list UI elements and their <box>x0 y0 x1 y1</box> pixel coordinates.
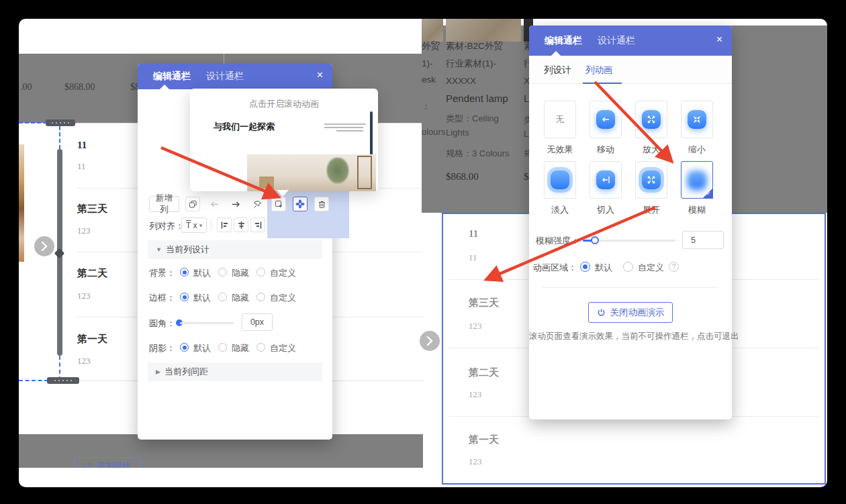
chevron-right-icon <box>426 336 433 346</box>
row-drag-handle-bottom[interactable] <box>47 377 79 384</box>
anim-tile-move[interactable] <box>590 101 622 138</box>
zoom-in-animation-icon <box>642 110 661 129</box>
pin-column-button[interactable] <box>250 197 265 211</box>
radio-default[interactable] <box>180 268 189 276</box>
radio-option-label[interactable]: 自定义 <box>270 267 296 279</box>
anim-tile-expand[interactable] <box>635 161 667 199</box>
duplicate-column-button[interactable] <box>185 197 200 211</box>
blur-value-input[interactable]: 5 <box>682 231 724 249</box>
zoom-out-animation-icon <box>688 110 706 129</box>
edit-banner-panel-right: 编辑通栏 设计通栏 × 列设计 列动画 无 无效果 移动 放大 缩小 <box>529 26 732 419</box>
radio-option-label[interactable]: 默认 <box>193 342 211 354</box>
tooltip-title: 点击开启滚动动画 <box>190 98 378 110</box>
anim-tile-none[interactable]: 无 <box>544 101 576 138</box>
help-icon[interactable]: ? <box>669 262 679 272</box>
align-bottom-button[interactable] <box>250 217 265 232</box>
radius-value-box[interactable]: 0px <box>242 313 273 331</box>
product-name-partial: esk <box>422 71 436 89</box>
add-module-label: 添加模块 <box>96 460 131 468</box>
price-text: $868.00 <box>64 82 95 93</box>
content-row-sub: 123 <box>469 389 482 400</box>
section-current-column-design[interactable]: ▼ 当前列设计 <box>148 240 322 259</box>
column-resize-knob[interactable] <box>54 248 65 259</box>
product-name-partial: 1)- <box>422 55 433 72</box>
section-current-column-spacing[interactable]: ▶ 当前列间距 <box>148 362 322 381</box>
scroll-animation-tooltip: 点击开启滚动动画 与我们一起探索 <box>190 89 378 191</box>
close-animation-demo-button[interactable]: 关闭动画演示 <box>588 302 673 323</box>
radio-region-custom[interactable] <box>623 262 633 272</box>
add-module-icon <box>84 462 93 468</box>
anim-tile-zoom-in[interactable] <box>635 101 667 138</box>
radio-custom[interactable] <box>256 293 265 301</box>
content-row-title: 11 <box>469 228 478 240</box>
shadow-label: 阴影： <box>149 342 175 354</box>
radio-region-default[interactable] <box>580 262 590 272</box>
align-top-button[interactable] <box>217 217 232 232</box>
editor-canvas: .00 $868.00 $8 11 11 第三天 123 第二天 123 第一天… <box>19 19 827 487</box>
move-left-button[interactable] <box>207 197 222 211</box>
carousel-next-button[interactable] <box>420 331 440 351</box>
content-row-sub: 11 <box>469 252 477 263</box>
preview-photo <box>247 154 376 191</box>
add-module-button[interactable]: 添加模块 <box>74 457 141 468</box>
tab-edit-banner[interactable]: 编辑通栏 <box>545 35 582 47</box>
align-dropdown[interactable]: Tx▾ <box>181 217 207 233</box>
row-drag-handle-top[interactable] <box>46 119 75 126</box>
copy-apply-icon <box>275 200 283 209</box>
radio-option-label[interactable]: 自定义 <box>270 342 296 354</box>
anim-tile-zoom-out[interactable] <box>681 101 713 138</box>
content-row-title: 第一天 <box>77 333 107 346</box>
content-row-title: 第三天 <box>469 297 499 309</box>
radio-hidden[interactable] <box>218 343 227 352</box>
blur-slider-handle[interactable] <box>591 236 599 244</box>
panel-divider <box>543 287 717 288</box>
radio-option-label[interactable]: 隐藏 <box>232 292 249 304</box>
anim-label: 切入 <box>590 204 622 216</box>
radio-default[interactable] <box>180 343 189 352</box>
column-align-label: 列对齐： <box>149 220 184 232</box>
radio-option-label[interactable]: 隐藏 <box>232 267 249 279</box>
tab-edit-banner[interactable]: 编辑通栏 <box>153 70 191 83</box>
radio-option-label[interactable]: 隐藏 <box>232 342 249 354</box>
carousel-next-button[interactable] <box>34 236 54 256</box>
content-row-title: 第一天 <box>469 434 499 446</box>
product-price: $868.00 <box>446 168 479 185</box>
move-animation-icon <box>596 110 615 129</box>
radio-custom[interactable] <box>256 343 265 352</box>
anim-tile-blur-selected[interactable]: ✓ <box>681 161 713 199</box>
move-right-button[interactable] <box>228 197 243 211</box>
align-dropdown-glyph: T <box>186 221 191 230</box>
section-label: 当前列间距 <box>164 366 208 378</box>
anim-tile-cut-in[interactable] <box>590 161 622 199</box>
align-middle-button[interactable] <box>234 217 248 232</box>
tab-design-banner[interactable]: 设计通栏 <box>598 35 635 47</box>
scroll-animation-button[interactable] <box>293 197 308 211</box>
tab-design-banner[interactable]: 设计通栏 <box>206 70 244 83</box>
radio-option-label[interactable]: 自定义 <box>270 292 296 304</box>
arrow-right-icon <box>232 201 240 208</box>
preview-heading: 与我们一起探索 <box>214 121 275 133</box>
radio-hidden[interactable] <box>218 268 227 276</box>
expand-animation-icon <box>642 170 661 189</box>
close-icon[interactable]: × <box>317 69 323 81</box>
radio-option-label[interactable]: 默认 <box>595 262 612 274</box>
delete-column-button[interactable] <box>314 197 329 211</box>
power-icon <box>597 308 606 317</box>
add-column-button[interactable]: 新增列 <box>149 196 179 212</box>
tab-column-design[interactable]: 列设计 <box>544 64 571 77</box>
close-icon[interactable]: × <box>716 34 722 46</box>
anim-label: 模糊 <box>681 204 713 216</box>
radio-option-label[interactable]: 默认 <box>193 267 211 279</box>
active-tab-notch <box>551 51 561 56</box>
content-row-title: 11 <box>77 140 87 151</box>
radio-hidden[interactable] <box>218 293 227 301</box>
radio-option-label[interactable]: 默认 <box>193 292 211 304</box>
radius-slider-track[interactable] <box>180 322 234 324</box>
radio-custom[interactable] <box>256 268 265 276</box>
tab-column-animation[interactable]: 列动画 <box>585 64 613 77</box>
radio-default[interactable] <box>180 293 189 301</box>
radio-option-label[interactable]: 自定义 <box>638 262 664 274</box>
anim-tile-fade-in[interactable] <box>544 161 576 199</box>
anim-label: 放大 <box>635 144 667 156</box>
apply-copy-button[interactable] <box>271 197 286 211</box>
